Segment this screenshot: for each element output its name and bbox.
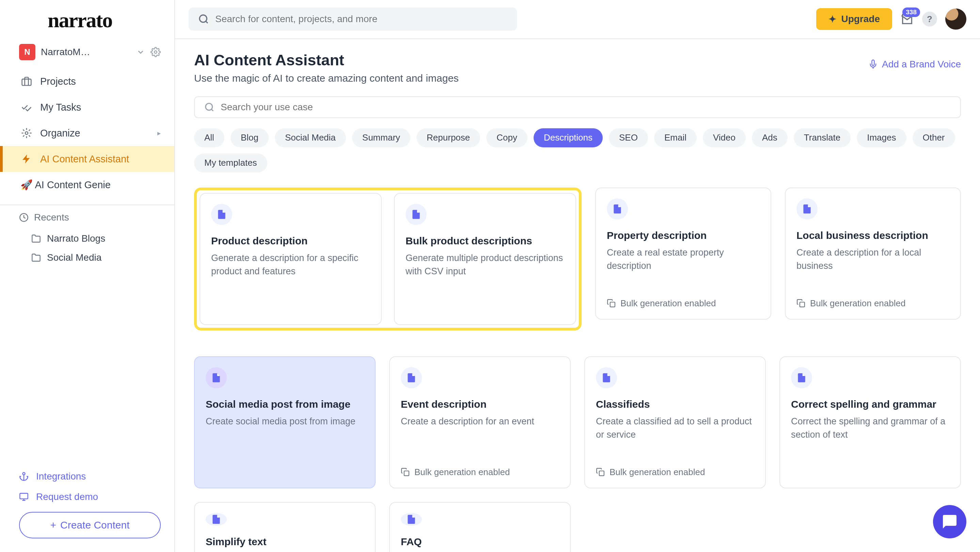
svg-line-13: [212, 109, 213, 111]
document-icon: [401, 367, 422, 388]
svg-rect-14: [610, 302, 615, 307]
nav-my-tasks[interactable]: My Tasks: [0, 94, 174, 120]
notifications-button[interactable]: 338: [900, 12, 914, 26]
avatar[interactable]: [945, 8, 966, 30]
card-social-media-post-from-image[interactable]: Social media post from image Create soci…: [194, 356, 375, 489]
bulk-enabled-label: Bulk generation enabled: [596, 467, 754, 477]
pill-summary[interactable]: Summary: [352, 128, 410, 148]
folder-icon: [31, 234, 41, 243]
logo: narrato: [0, 0, 174, 41]
document-icon: [791, 367, 812, 388]
card-property-description[interactable]: Property description Create a real estat…: [595, 187, 771, 320]
nav-ai-content-genie[interactable]: 🚀 AI Content Genie: [0, 172, 174, 198]
pill-my-templates[interactable]: My templates: [194, 154, 267, 173]
card-event-description[interactable]: Event description Create a description f…: [389, 356, 571, 489]
card-desc: Create a real estate property descriptio…: [607, 246, 760, 273]
briefcase-icon: [21, 75, 33, 87]
pill-blog[interactable]: Blog: [231, 128, 269, 148]
pill-all[interactable]: All: [194, 128, 224, 148]
nav-label: Projects: [40, 76, 76, 87]
pill-other[interactable]: Other: [913, 128, 955, 148]
card-title: Property description: [607, 230, 760, 241]
upgrade-button[interactable]: ✦ Upgrade: [816, 8, 892, 30]
nav-organize[interactable]: Organize ▸: [0, 120, 174, 146]
search-input[interactable]: [215, 14, 508, 24]
copy-icon: [596, 468, 605, 476]
card-local-business-description[interactable]: Local business description Create a desc…: [785, 187, 961, 320]
lightning-icon: [21, 153, 33, 165]
pill-descriptions[interactable]: Descriptions: [534, 128, 603, 148]
card-title: Local business description: [797, 230, 949, 241]
card-classifieds[interactable]: Classifieds Create a classified ad to se…: [584, 356, 766, 489]
chat-fab[interactable]: [933, 505, 966, 538]
nav-projects[interactable]: Projects: [0, 68, 174, 94]
card-title: Bulk product descriptions: [406, 235, 565, 247]
document-icon: [211, 204, 232, 225]
card-simplify-text[interactable]: Simplify text: [194, 502, 375, 552]
pill-video[interactable]: Video: [703, 128, 746, 148]
sidebar: narrato N NarratoM… Projects My Tasks Or…: [0, 0, 175, 552]
workspace-name: NarratoM…: [41, 47, 131, 57]
card-product-description[interactable]: Product description Generate a descripti…: [200, 193, 382, 325]
workspace-switcher[interactable]: N NarratoM…: [0, 41, 174, 68]
pill-seo[interactable]: SEO: [609, 128, 648, 148]
search-icon: [204, 102, 215, 112]
search-icon: [198, 14, 209, 24]
primary-nav: Projects My Tasks Organize ▸ AI Content …: [0, 68, 174, 198]
anchor-icon: [19, 472, 29, 481]
pill-images[interactable]: Images: [857, 128, 906, 148]
svg-rect-1: [22, 79, 31, 86]
recent-label: Social Media: [47, 252, 102, 263]
usecase-search-input[interactable]: [221, 102, 951, 113]
document-icon: [406, 204, 427, 225]
svg-rect-6: [20, 493, 28, 499]
clock-icon: [19, 213, 29, 222]
document-icon: [596, 367, 617, 388]
card-title: Classifieds: [596, 398, 754, 410]
svg-point-0: [154, 51, 157, 54]
svg-line-10: [206, 21, 208, 23]
card-desc: Create a description for a local busines…: [797, 246, 949, 273]
nav-ai-content-assistant[interactable]: AI Content Assistant: [0, 146, 174, 172]
global-search[interactable]: [189, 8, 517, 31]
help-button[interactable]: ?: [922, 11, 937, 27]
card-bulk-product-descriptions[interactable]: Bulk product descriptions Generate multi…: [394, 193, 576, 325]
create-content-button[interactable]: + Create Content: [19, 512, 161, 538]
recent-item[interactable]: Narrato Blogs: [19, 229, 161, 248]
chevron-right-icon: ▸: [158, 129, 161, 137]
recent-item[interactable]: Social Media: [19, 248, 161, 267]
highlighted-card-group: Product description Generate a descripti…: [194, 187, 582, 330]
bulk-enabled-label: Bulk generation enabled: [401, 467, 559, 477]
copy-icon: [607, 299, 616, 308]
pill-email[interactable]: Email: [654, 128, 697, 148]
nav-label: 🚀 AI Content Genie: [21, 179, 111, 190]
checks-icon: [21, 101, 33, 113]
add-brand-voice-button[interactable]: Add a Brand Voice: [868, 59, 961, 70]
recent-label: Narrato Blogs: [47, 233, 105, 244]
mic-icon: [868, 60, 878, 69]
pill-copy[interactable]: Copy: [486, 128, 527, 148]
integrations-link[interactable]: Integrations: [19, 471, 161, 482]
pill-social-media[interactable]: Social Media: [275, 128, 346, 148]
request-demo-link[interactable]: Request demo: [19, 492, 161, 502]
gear-icon[interactable]: [151, 47, 161, 57]
card-faq[interactable]: FAQ: [389, 502, 571, 552]
card-desc: Create a description for an event: [401, 415, 559, 428]
monitor-icon: [19, 492, 29, 502]
document-icon: [797, 198, 818, 219]
pill-repurpose[interactable]: Repurpose: [417, 128, 480, 148]
chevron-down-icon[interactable]: [136, 48, 145, 57]
plus-icon: +: [50, 519, 57, 531]
usecase-search[interactable]: [194, 96, 961, 118]
card-title: Product description: [211, 235, 370, 247]
pill-translate[interactable]: Translate: [794, 128, 851, 148]
card-correct-spelling-grammar[interactable]: Correct spelling and grammar Correct the…: [780, 356, 961, 489]
gear-icon: [21, 127, 33, 139]
topbar: ✦ Upgrade 338 ?: [175, 0, 980, 39]
nav-label: My Tasks: [40, 102, 81, 113]
card-desc: Create a classified ad to sell a product…: [596, 415, 754, 441]
recents-header: Recents: [19, 212, 161, 223]
pill-ads[interactable]: Ads: [752, 128, 788, 148]
card-title: Event description: [401, 398, 559, 410]
workspace-badge: N: [19, 44, 35, 60]
